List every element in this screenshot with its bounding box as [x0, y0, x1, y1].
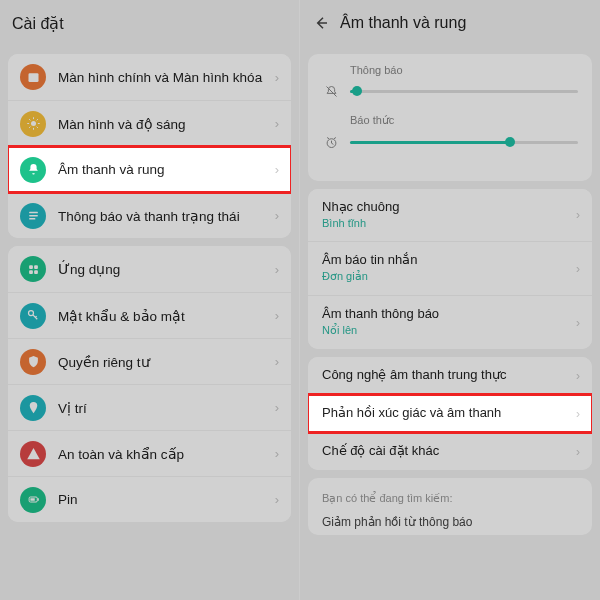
settings-row-shield[interactable]: Quyền riêng tư›: [8, 338, 291, 384]
detail-row[interactable]: Phản hồi xúc giác và âm thanh›: [308, 394, 592, 432]
settings-row-pin[interactable]: Vị trí›: [8, 384, 291, 430]
back-icon[interactable]: [312, 14, 330, 32]
sun-icon: [20, 111, 46, 137]
settings-row-bars[interactable]: Thông báo và thanh trạng thái›: [8, 192, 291, 238]
settings-group: Ứng dụng›Mật khẩu & bảo mật›Quyền riêng …: [8, 246, 291, 522]
svg-rect-11: [29, 212, 38, 214]
slider-label: Báo thức: [322, 114, 578, 127]
left-title: Cài đặt: [12, 14, 64, 33]
detail-row[interactable]: Nhạc chuôngBình tĩnh›: [308, 189, 592, 241]
row-label: An toàn và khẩn cấp: [58, 446, 275, 462]
row-label: Màn hình chính và Màn hình khóa: [58, 70, 275, 85]
svg-rect-12: [29, 215, 38, 217]
svg-rect-14: [29, 265, 33, 269]
alert-icon: [20, 441, 46, 467]
slider-label: Thông báo: [322, 64, 578, 76]
hint-suggestion[interactable]: Giảm phản hồi từ thông báo: [322, 515, 578, 529]
detail-title: Âm thanh thông báo: [322, 306, 578, 321]
svg-rect-13: [29, 218, 35, 220]
slider-track[interactable]: [350, 90, 578, 93]
chevron-right-icon: ›: [275, 354, 279, 369]
row-label: Quyền riêng tư: [58, 354, 275, 370]
row-label: Pin: [58, 492, 275, 507]
detail-subtitle: Đơn giản: [322, 270, 578, 283]
chevron-right-icon: ›: [275, 446, 279, 461]
settings-row-battery[interactable]: Pin›: [8, 476, 291, 522]
svg-line-9: [36, 119, 37, 120]
detail-subtitle: Nổi lên: [322, 324, 578, 337]
settings-row-image[interactable]: Màn hình chính và Màn hình khóa›: [8, 54, 291, 100]
shield-icon: [20, 349, 46, 375]
svg-rect-17: [34, 270, 38, 274]
settings-pane: Cài đặt Màn hình chính và Màn hình khóa›…: [0, 0, 300, 600]
chevron-right-icon: ›: [576, 407, 580, 421]
detail-title: Phản hồi xúc giác và âm thanh: [322, 405, 578, 420]
battery-icon: [20, 487, 46, 513]
detail-row[interactable]: Chế độ cài đặt khác›: [308, 432, 592, 470]
svg-point-19: [32, 404, 35, 407]
grid-icon: [20, 256, 46, 282]
volume-slider-alarm[interactable]: Báo thức: [322, 114, 578, 151]
chevron-right-icon: ›: [275, 208, 279, 223]
pin-icon: [20, 395, 46, 421]
svg-rect-0: [28, 73, 38, 82]
key-icon: [20, 303, 46, 329]
chevron-right-icon: ›: [275, 116, 279, 131]
chevron-right-icon: ›: [275, 70, 279, 85]
svg-point-18: [28, 311, 33, 316]
row-label: Ứng dụng: [58, 261, 275, 277]
chevron-right-icon: ›: [275, 400, 279, 415]
bell-icon: [20, 157, 46, 183]
detail-row[interactable]: Âm báo tin nhắnĐơn giản›: [308, 241, 592, 295]
settings-row-alert[interactable]: An toàn và khẩn cấp›: [8, 430, 291, 476]
slider-track[interactable]: [350, 141, 578, 144]
bars-icon: [20, 203, 46, 229]
sound-selection-group: Nhạc chuôngBình tĩnh›Âm báo tin nhắnĐơn …: [308, 189, 592, 349]
settings-row-sun[interactable]: Màn hình và độ sáng›: [8, 100, 291, 146]
right-header: Âm thanh và rung: [300, 0, 600, 46]
detail-row[interactable]: Công nghệ âm thanh trung thực›: [308, 357, 592, 394]
svg-rect-15: [34, 265, 38, 269]
svg-rect-20: [32, 452, 33, 455]
svg-point-2: [31, 121, 36, 126]
settings-row-key[interactable]: Mật khẩu & bảo mật›: [8, 292, 291, 338]
detail-title: Âm báo tin nhắn: [322, 252, 578, 267]
sound-options-group: Công nghệ âm thanh trung thực›Phản hồi x…: [308, 357, 592, 470]
chevron-right-icon: ›: [275, 492, 279, 507]
chevron-right-icon: ›: [576, 369, 580, 383]
svg-line-8: [36, 127, 37, 128]
bell-off-icon: [322, 82, 340, 100]
svg-line-7: [29, 119, 30, 120]
svg-rect-24: [30, 498, 34, 501]
chevron-right-icon: ›: [576, 262, 580, 276]
detail-row[interactable]: Âm thanh thông báoNổi lên›: [308, 295, 592, 349]
detail-title: Chế độ cài đặt khác: [322, 443, 578, 458]
chevron-right-icon: ›: [275, 262, 279, 277]
svg-line-10: [29, 127, 30, 128]
settings-row-bell[interactable]: Âm thanh và rung›: [8, 146, 291, 192]
settings-group: Màn hình chính và Màn hình khóa›Màn hình…: [8, 54, 291, 238]
svg-rect-23: [37, 498, 38, 501]
search-hint: Bạn có thể đang tìm kiếm: Giảm phản hồi …: [308, 478, 592, 535]
chevron-right-icon: ›: [576, 445, 580, 459]
alarm-icon: [322, 133, 340, 151]
row-label: Âm thanh và rung: [58, 162, 275, 177]
left-header: Cài đặt: [0, 0, 299, 46]
chevron-right-icon: ›: [275, 308, 279, 323]
right-title: Âm thanh và rung: [340, 14, 466, 32]
detail-title: Công nghệ âm thanh trung thực: [322, 367, 578, 382]
svg-rect-21: [32, 456, 33, 457]
detail-title: Nhạc chuông: [322, 199, 578, 214]
chevron-right-icon: ›: [275, 162, 279, 177]
row-label: Mật khẩu & bảo mật: [58, 308, 275, 324]
detail-subtitle: Bình tĩnh: [322, 217, 578, 229]
svg-rect-16: [29, 270, 33, 274]
volume-sliders: Thông báoBáo thức: [308, 54, 592, 181]
row-label: Thông báo và thanh trạng thái: [58, 208, 275, 224]
hint-label: Bạn có thể đang tìm kiếm:: [322, 492, 578, 505]
detail-pane: Âm thanh và rung Thông báoBáo thức Nhạc …: [300, 0, 600, 600]
row-label: Màn hình và độ sáng: [58, 116, 275, 132]
volume-slider-bell-off[interactable]: Thông báo: [322, 64, 578, 100]
settings-row-grid[interactable]: Ứng dụng›: [8, 246, 291, 292]
row-label: Vị trí: [58, 400, 275, 416]
